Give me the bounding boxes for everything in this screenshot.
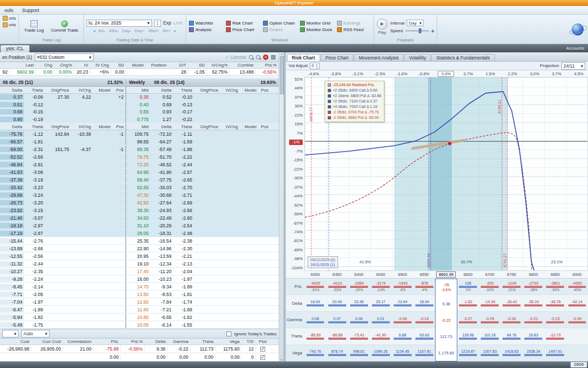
option-row[interactable]: 0.51 -0.12 0.40 0.69 -0.13 — [0, 101, 279, 109]
legend-item[interactable]: +2 05dic. 7100 Call Δ 0.37 — [328, 99, 381, 104]
commit-button[interactable]: ✓ Commit — [225, 55, 246, 60]
option-row[interactable]: -15.44 -2.76 25.35 -16.54 -2.38 — [0, 237, 279, 245]
play-button[interactable]: ▶ — [377, 19, 388, 29]
option-row[interactable]: -37.39 -3.19 58.40 -37.75 -2.65 — [0, 176, 279, 184]
window-toggle-button[interactable]: Earnings — [337, 21, 371, 26]
window-toggle-button[interactable]: Price Chart — [226, 27, 260, 32]
option-row[interactable]: -33.42 -3.23 52.55 -34.03 -2.70 — [0, 184, 279, 191]
option-row[interactable]: -52.52 -2.66 79.75 -51.70 -2.22 — [0, 153, 279, 161]
option-row[interactable]: -59.00 -2.31 151.75 -4.37 -1 89.35 -57.4… — [0, 146, 279, 153]
window-toggle-button[interactable]: Watchlist — [189, 21, 223, 26]
legend-item[interactable]: -1 05dic. 6700 Put Δ -75.76 — [328, 110, 381, 115]
time-nav-button[interactable]: Day+ — [134, 28, 145, 33]
strategy-select[interactable]: #632 Custom ▾ — [35, 53, 94, 61]
time-nav-button[interactable]: 5m- — [98, 28, 106, 33]
analysis-tab[interactable]: Price Chart — [321, 54, 354, 61]
zoom-out-icon[interactable] — [256, 55, 260, 59]
option-row[interactable]: 0.68 -0.15 0.55 0.93 -0.17 — [0, 108, 279, 116]
option-row[interactable]: 0.90 -0.19 0.775 1.27 -0.22 — [0, 116, 279, 124]
time-spinner[interactable]: ▲ ▼ — [154, 20, 161, 27]
trading-date-input[interactable]: lu. 24 nov. 2025 ▾ — [87, 20, 152, 27]
time-nav-button[interactable]: Day- — [122, 28, 131, 33]
accounts-label[interactable]: Accounts: — [566, 44, 587, 52]
option-row[interactable]: -75.76 -1.12 142.84 -10.39 -1 109.75 -72… — [0, 130, 279, 138]
option-row[interactable]: -41.83 -3.08 64.95 -41.90 -2.57 — [0, 168, 279, 176]
window-toggle-button[interactable]: Analysis — [189, 27, 223, 32]
option-row[interactable]: -29.89 -3.24 47.30 -30.68 -2.71 — [0, 191, 279, 199]
window-titlebar[interactable]: OptionNET Explorer — [0, 0, 588, 6]
option-grid-scrollbar[interactable]: ▲ ▼ — [279, 52, 284, 361]
option-row[interactable]: -46.84 -2.91 72.25 -46.52 -2.44 — [0, 161, 279, 168]
step-back-icon[interactable]: « — [93, 28, 96, 34]
option-row[interactable]: -9.28 -2.24 16.00 -10.23 -1.97 — [0, 275, 279, 283]
analysis-tab[interactable]: Movement Analysis — [354, 54, 403, 61]
zoom-in-icon[interactable] — [249, 55, 253, 59]
spinner-down-icon[interactable]: ▼ — [156, 23, 158, 26]
option-row[interactable]: -11.32 -2.44 19.10 -12.34 -2.13 — [0, 260, 279, 268]
interval-select[interactable]: Day ▾ — [407, 20, 424, 26]
expiry-date-line[interactable]: 05/12/2025 (0) — [310, 257, 335, 262]
option-row[interactable]: -19.18 -2.97 31.10 -20.29 -2.54 — [0, 222, 279, 230]
plot-checkbox[interactable] — [260, 355, 265, 360]
pin-icon[interactable] — [271, 55, 275, 59]
option-row[interactable]: -7.04 -1.97 12.50 -7.84 -1.74 — [0, 298, 279, 306]
option-row[interactable]: -6.47 -1.89 11.60 -7.21 -1.68 — [0, 306, 279, 313]
reports-button[interactable]: orts — [3, 16, 16, 21]
analysis-tab[interactable]: Risk Chart — [287, 54, 320, 61]
exp-label[interactable]: Exp — [163, 20, 171, 26]
reports-button[interactable]: orts — [3, 22, 16, 27]
option-row[interactable]: -5.49 -1.75 10.05 -6.14 -1.55 — [0, 321, 279, 329]
menu-item[interactable]: Support — [22, 8, 40, 13]
slider-thumb[interactable] — [419, 28, 421, 33]
option-row[interactable]: -21.40 -3.07 34.50 -22.49 -2.60 — [0, 214, 279, 222]
legend-item[interactable]: +2 05dic. 6900 Call Δ 5.60 — [328, 88, 381, 93]
step-forward-icon[interactable]: » — [173, 28, 176, 34]
trade-log-button[interactable]: Trade Log — [22, 20, 46, 33]
option-row[interactable]: 0.37 -0.09 27.30 4.22 +2 0.30 0.52 -0.10 — [0, 94, 279, 101]
option-row[interactable]: -12.55 -2.56 20.95 -13.59 -2.21 — [0, 252, 279, 260]
option-row[interactable]: -23.92 -3.15 38.30 -24.93 -2.66 — [0, 207, 279, 214]
analysis-tab[interactable]: Volatility — [404, 54, 431, 61]
option-row[interactable]: -8.45 -2.14 14.70 -9.34 -1.89 — [0, 283, 279, 291]
current-date-line[interactable]: 24/11/2025 (1) — [310, 262, 335, 267]
time-nav-button[interactable]: 45m- — [109, 28, 119, 33]
legend-item[interactable]: +4 06dic. 7000 Call Δ 1.19 — [328, 104, 381, 110]
time-nav-button[interactable]: 45m+ — [148, 28, 159, 33]
tab-analysis-cl[interactable]: ysis: /CL — [1, 45, 29, 52]
option-row[interactable]: -5.94 -1.82 10.80 -6.65 -1.62 — [0, 313, 279, 321]
risk-chart-plot[interactable]: -25,249.64 Realized PnL +2 05dic. 6900 C… — [304, 77, 588, 271]
window-toggle-button[interactable]: Risk Chart — [226, 21, 260, 26]
mode-select[interactable]: ▾ — [2, 330, 19, 337]
expiration-header[interactable]: 05 dic. 25 (11) 21.32% Weekly 08 dic. 25… — [0, 79, 279, 87]
globe-icon[interactable] — [572, 23, 584, 35]
option-row[interactable]: -7.71 -2.05 13.50 -8.53 -1.81 — [0, 291, 279, 298]
live-label[interactable]: LIVE — [173, 21, 182, 26]
commit-trade-button[interactable]: ✓ Commit Trade — [49, 20, 81, 33]
window-toggle-button[interactable]: RSS Feed — [337, 27, 371, 32]
vol-adjust-spinner[interactable]: 0 ▲▼ — [310, 63, 320, 69]
date-selector-box[interactable]: 05/12/2025 (0) 24/11/2025 (1) — [308, 256, 338, 268]
option-row[interactable]: -26.73 -3.20 42.50 -27.64 -2.69 — [0, 199, 279, 207]
speed-slider[interactable] — [405, 30, 429, 32]
option-row[interactable]: -10.27 -2.35 17.40 -11.20 -2.04 — [0, 268, 279, 275]
option-row[interactable]: -17.19 -2.87 28.05 -18.31 -2.48 — [0, 230, 279, 237]
time-nav-button[interactable]: 5m+ — [162, 28, 171, 33]
option-row[interactable]: -66.57 -1.81 98.65 -64.27 -1.59 — [0, 138, 279, 146]
window-toggle-button[interactable]: Option Chain — [263, 21, 297, 26]
window-toggle-button[interactable]: Orders — [263, 27, 297, 32]
analysis-tab[interactable]: Statistics & Fundamentals — [431, 54, 494, 61]
projection-select[interactable]: 24/11 ▾ — [561, 62, 585, 70]
menu-item[interactable]: ools — [4, 8, 14, 13]
window-toggle-button[interactable]: Monitor Grid — [300, 21, 334, 26]
close-icon[interactable]: × — [263, 55, 268, 60]
scroll-up-icon[interactable]: ▲ — [280, 52, 283, 56]
ignore-trades-checkbox[interactable] — [226, 331, 231, 336]
option-row[interactable]: -13.89 -2.66 22.90 -14.96 -2.30 — [0, 245, 279, 252]
plot-checkbox[interactable] — [260, 347, 265, 352]
auto-select[interactable]: Auto ▾ — [21, 330, 50, 337]
window-toggle-button[interactable]: Monitor Dock — [300, 27, 334, 32]
position-legend[interactable]: -25,249.64 Realized PnL +2 05dic. 6900 C… — [324, 81, 384, 122]
scrollbar-thumb[interactable] — [280, 56, 284, 94]
legend-item[interactable]: +2 16ene. 6800 Put Δ -62.86 — [328, 93, 381, 99]
legend-item[interactable]: -1 05dic. 6660 Put Δ -59.00 — [328, 115, 381, 120]
